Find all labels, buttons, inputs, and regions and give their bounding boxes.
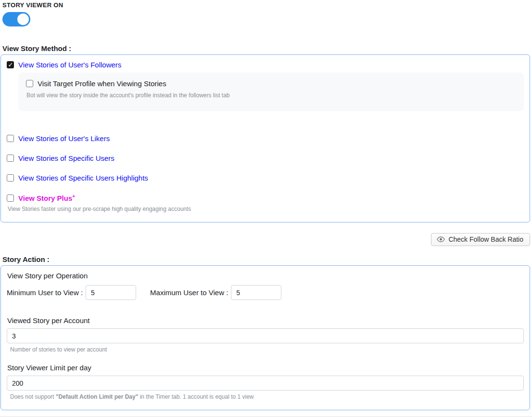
specific-users-checkbox[interactable] — [7, 155, 14, 162]
specific-users-label[interactable]: View Stories of Specific Users — [18, 154, 114, 162]
minimum-user-label: Minimum User to View : — [7, 288, 83, 297]
option-likers-row: View Stories of User's Likers — [7, 134, 524, 143]
limit-help-bold: "Default Action Limit per Day" — [56, 393, 139, 400]
specific-highlights-label[interactable]: View Stories of Specific Users Highlight… — [18, 174, 148, 182]
story-plus-checkbox[interactable] — [7, 195, 14, 202]
likers-label[interactable]: View Stories of User's Likers — [18, 134, 110, 143]
check-follow-back-ratio-button[interactable]: Check Follow Back Ratio — [431, 233, 530, 246]
story-plus-help: View Stories faster using our pre-scrape… — [8, 206, 524, 212]
story-viewer-limit-label: Story Viewer Limit per day — [7, 364, 524, 372]
visit-target-profile-label[interactable]: Visit Target Profile when Viewing Storie… — [38, 79, 166, 88]
follow-back-button-row: Check Follow Back Ratio — [0, 233, 530, 246]
specific-highlights-checkbox[interactable] — [7, 174, 14, 182]
story-viewer-limit-help: Does not support "Default Action Limit p… — [7, 393, 524, 400]
option-followers-row: View Stories of User's Followers — [7, 61, 524, 69]
likers-checkbox[interactable] — [7, 135, 14, 142]
story-viewer-toggle[interactable] — [2, 12, 30, 26]
story-action-label: Story Action : — [2, 255, 530, 263]
view-story-per-operation-label: View Story per Operation — [7, 272, 524, 280]
visit-target-profile-row: Visit Target Profile when Viewing Storie… — [26, 79, 516, 88]
visit-target-profile-help: Bot will view the story inside the accou… — [26, 92, 516, 99]
story-plus-text: View Story Plus — [18, 194, 72, 202]
toggle-knob — [17, 13, 29, 25]
limit-help-prefix: Does not support — [10, 393, 56, 400]
story-viewer-settings-page: STORY VIEWER ON View Story Method : View… — [0, 0, 530, 417]
followers-checkbox[interactable] — [7, 61, 14, 68]
visit-target-profile-checkbox[interactable] — [26, 80, 33, 87]
view-story-method-label: View Story Method : — [2, 44, 530, 52]
minimum-user-group: Minimum User to View : — [7, 285, 136, 300]
eye-icon — [437, 236, 445, 242]
story-viewer-status-title: STORY VIEWER ON — [2, 1, 530, 9]
minimum-user-input[interactable] — [86, 285, 136, 300]
maximum-user-group: Maximum User to View : — [150, 285, 281, 300]
check-follow-back-ratio-label: Check Follow Back Ratio — [448, 235, 523, 243]
story-plus-sup: + — [72, 194, 75, 199]
option-story-plus-row: View Story Plus+ — [7, 194, 524, 202]
view-story-method-panel: View Stories of User's Followers Visit T… — [0, 54, 530, 222]
maximum-user-input[interactable] — [231, 285, 281, 300]
followers-label[interactable]: View Stories of User's Followers — [18, 61, 121, 69]
viewed-story-per-account-help: Number of stories to view per account — [7, 346, 524, 353]
limit-help-suffix: in the Timer tab. 1 account is equal to … — [138, 393, 253, 400]
maximum-user-label: Maximum User to View : — [150, 288, 228, 297]
option-specific-users-row: View Stories of Specific Users — [7, 154, 524, 162]
visit-target-profile-subpanel: Visit Target Profile when Viewing Storie… — [18, 73, 524, 111]
option-specific-highlights-row: View Stories of Specific Users Highlight… — [7, 174, 524, 182]
story-viewer-limit-input[interactable] — [7, 376, 524, 391]
story-action-panel: View Story per Operation Minimum User to… — [0, 265, 530, 410]
min-max-row: Minimum User to View : Maximum User to V… — [7, 285, 524, 300]
viewed-story-per-account-input[interactable] — [7, 328, 524, 343]
story-plus-label[interactable]: View Story Plus+ — [18, 194, 75, 202]
viewed-story-per-account-label: Viewed Story per Account — [7, 316, 524, 325]
